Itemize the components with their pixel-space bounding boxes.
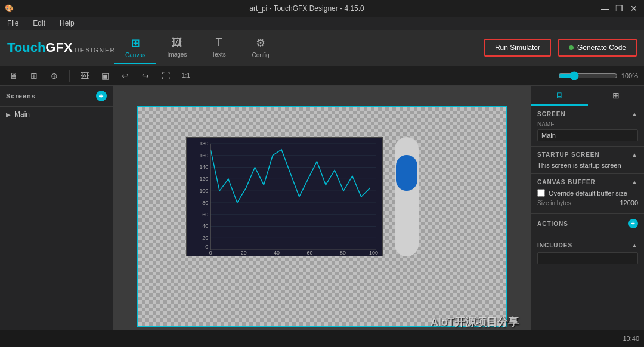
svg-text:80: 80	[202, 200, 208, 206]
svg-text:140: 140	[199, 164, 208, 170]
actions-label: ACTIONS	[537, 221, 568, 227]
svg-text:0: 0	[209, 250, 212, 256]
svg-text:60: 60	[202, 212, 208, 218]
zoom-slider[interactable]	[558, 71, 618, 80]
zoom-label: 100%	[621, 72, 638, 79]
screen-section-label: SCREEN	[537, 111, 566, 117]
left-panel: Screens + ▶ Main	[0, 86, 113, 347]
canvas-buffer-section: CANVAS BUFFER ▲ Override default buffer …	[531, 174, 644, 214]
screen-section-header[interactable]: SCREEN ▲	[537, 111, 638, 117]
canvas-viewport: 180 160 140 120 100 80 60 40 20 0 0	[137, 106, 507, 327]
canvas-area[interactable]: 180 160 140 120 100 80 60 40 20 0 0	[113, 86, 531, 347]
close-button[interactable]: ✕	[628, 3, 639, 14]
svg-text:0: 0	[205, 244, 208, 250]
includes-collapse-icon: ▲	[631, 242, 638, 249]
config-icon: ⚙	[256, 36, 265, 49]
slider-widget[interactable]	[395, 137, 419, 256]
canvas-buffer-header[interactable]: CANVAS BUFFER ▲	[537, 179, 638, 185]
includes-section: INCLUDES ▲	[531, 237, 644, 269]
generate-code-label: Generate Code	[577, 44, 626, 52]
menu-file[interactable]: File	[5, 18, 21, 29]
nav-canvas-label: Canvas	[125, 52, 145, 58]
toolbar-nav: ⊞ Canvas 🖼 Images T Texts ⚙ Config	[114, 31, 484, 64]
svg-text:100: 100	[199, 188, 208, 194]
nav-canvas[interactable]: ⊞ Canvas	[114, 31, 156, 64]
screens-label: Screens	[6, 92, 36, 100]
grid-icon[interactable]: ⊞	[26, 68, 42, 83]
frame-icon[interactable]: ▣	[97, 68, 113, 83]
taskbar-time: 10:40	[623, 335, 639, 342]
svg-text:160: 160	[199, 153, 208, 159]
main-toolbar: TouchGFX DESIGNER ⊞ Canvas 🖼 Images T Te…	[0, 30, 644, 66]
screen-collapse-icon: ▲	[631, 111, 638, 117]
logo-touch: Touch	[7, 40, 45, 55]
size-bytes-value: 12000	[620, 199, 638, 206]
menu-help[interactable]: Help	[57, 18, 77, 29]
run-simulator-button[interactable]: Run Simulator	[484, 39, 551, 57]
includes-section-header[interactable]: INCLUDES ▲	[537, 242, 638, 249]
main-layout: Screens + ▶ Main	[0, 86, 644, 347]
startup-section-label: STARTUP SCREEN	[537, 151, 600, 158]
nav-config[interactable]: ⚙ Config	[240, 31, 281, 64]
zoom-reset-icon[interactable]: 1:1	[178, 68, 194, 83]
screens-header: Screens +	[0, 86, 113, 107]
svg-text:40: 40	[202, 223, 208, 229]
titlebar-title: art_pi - TouchGFX Designer - 4.15.0	[249, 4, 364, 13]
screen-tab-icon: 🖥	[555, 91, 564, 100]
rpanel-tab-widget[interactable]: ⊞	[588, 86, 645, 106]
image-icon[interactable]: 🖼	[77, 68, 92, 83]
add-screen-button[interactable]: +	[96, 91, 107, 101]
titlebar-icon: 🎨	[5, 4, 14, 13]
nav-config-label: Config	[252, 52, 270, 58]
slider-thumb	[396, 155, 417, 191]
nav-images[interactable]: 🖼 Images	[156, 31, 198, 64]
chart-svg: 180 160 140 120 100 80 60 40 20 0 0	[187, 138, 382, 256]
size-bytes-label: Size in bytes	[537, 200, 616, 206]
logo-gfx: GFX	[45, 40, 72, 55]
minimize-button[interactable]: —	[600, 3, 611, 14]
monitor-icon[interactable]: 🖥	[6, 68, 21, 83]
right-panel: 🖥 ⊞ SCREEN ▲ NAME STARTUP SCREEN ▲ This …	[531, 86, 644, 347]
right-panel-tabs: 🖥 ⊞	[531, 86, 644, 106]
includes-field-input[interactable]	[537, 252, 638, 264]
add-action-button[interactable]: +	[628, 219, 638, 228]
screen-main-label: Main	[14, 110, 30, 119]
rpanel-tab-screen[interactable]: 🖥	[531, 86, 588, 106]
override-buffer-checkbox[interactable]	[537, 189, 545, 197]
actions-section: ACTIONS +	[531, 214, 644, 237]
actions-section-header[interactable]: ACTIONS +	[537, 219, 638, 228]
startup-section: STARTUP SCREEN ▲ This screen is startup …	[531, 147, 644, 174]
chart-widget[interactable]: 180 160 140 120 100 80 60 40 20 0 0	[186, 137, 383, 256]
titlebar: 🎨 art_pi - TouchGFX Designer - 4.15.0 — …	[0, 0, 644, 17]
includes-label: INCLUDES	[537, 242, 572, 249]
redo-icon[interactable]: ↪	[138, 68, 153, 83]
name-field-input[interactable]	[537, 129, 638, 141]
svg-text:20: 20	[202, 235, 208, 241]
green-dot-icon	[569, 45, 574, 50]
svg-text:20: 20	[241, 250, 247, 256]
texts-icon: T	[216, 36, 222, 49]
canvas-toolbar: 🖥 ⊞ ⊕ 🖼 ▣ ↩ ↪ ⛶ 1:1 100%	[0, 66, 644, 86]
maximize-button[interactable]: ❐	[614, 3, 625, 14]
menubar: File Edit Help	[0, 17, 644, 30]
nav-images-label: Images	[168, 51, 187, 58]
svg-text:60: 60	[307, 250, 313, 256]
startup-section-header[interactable]: STARTUP SCREEN ▲	[537, 151, 638, 158]
add-widget-icon[interactable]: ⊕	[47, 68, 62, 83]
svg-text:40: 40	[274, 250, 280, 256]
nav-texts[interactable]: T Texts	[198, 31, 240, 64]
screen-item-main[interactable]: ▶ Main	[0, 107, 113, 122]
override-buffer-row: Override default buffer size	[537, 189, 638, 197]
svg-text:180: 180	[199, 141, 208, 147]
svg-text:100: 100	[369, 250, 378, 256]
logo-area: TouchGFX DESIGNER	[7, 40, 103, 55]
toolbar-right: Run Simulator Generate Code	[484, 39, 637, 57]
zoom-controls: 100%	[558, 71, 638, 80]
menu-edit[interactable]: Edit	[30, 18, 48, 29]
size-bytes-row: Size in bytes 12000	[537, 199, 638, 206]
generate-code-button[interactable]: Generate Code	[558, 39, 637, 57]
svg-text:120: 120	[199, 176, 208, 182]
widget-tab-icon: ⊞	[612, 91, 620, 100]
undo-icon[interactable]: ↩	[117, 68, 133, 83]
fit-icon[interactable]: ⛶	[158, 68, 174, 83]
